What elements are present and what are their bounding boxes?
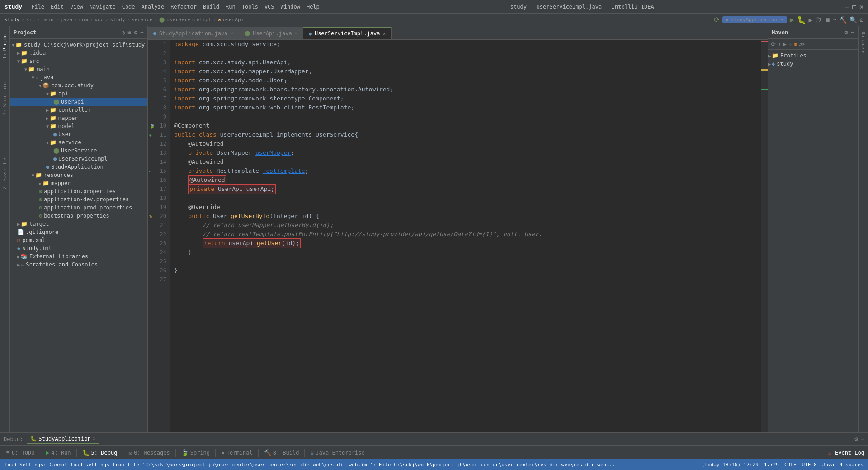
toolbar-spring[interactable]: 🍃 Spring <box>179 448 212 457</box>
search-button[interactable]: 🔍 <box>849 16 857 24</box>
tree-root[interactable]: ▼ 📁 study C:\sckj\work\project-self\stud… <box>10 41 147 49</box>
tree-bootstrap-props[interactable]: ⚙ bootstrap.properties <box>10 212 147 220</box>
tree-package[interactable]: ▼ 📦 com.xcc.study <box>10 81 147 90</box>
tree-controller[interactable]: ▶ 📁 controller <box>10 106 147 114</box>
event-log-icon[interactable]: ⚠ <box>828 450 831 456</box>
menu-help[interactable]: Help <box>307 4 320 10</box>
breadcrumb-com[interactable]: com <box>79 17 88 23</box>
minimize-button[interactable]: − <box>845 3 849 10</box>
toolbar-todo[interactable]: ≡ 6: TODO <box>4 448 37 457</box>
menu-navigate[interactable]: Navigate <box>90 4 116 10</box>
tree-ext-libs[interactable]: ▶ 📚 External Libraries <box>10 252 147 261</box>
sidebar-icon-project[interactable]: 1: Project <box>1 30 8 61</box>
tab-userserviceimpl-close[interactable]: × <box>382 31 386 37</box>
maven-settings-icon[interactable]: ⚙ <box>844 29 848 36</box>
window-controls[interactable]: − □ × <box>845 3 863 10</box>
run-config-badge[interactable]: ▶ StudyApplication ▾ <box>722 16 787 23</box>
project-panel-icons[interactable]: ◎ ⊞ ⚙ − <box>122 29 144 36</box>
toolbar-debug[interactable]: 🐛 5: Debug <box>80 448 120 457</box>
breadcrumb-java[interactable]: java <box>60 17 72 23</box>
toolbar-messages[interactable]: ✉ 0: Messages <box>126 448 172 457</box>
debug-studyapp-close[interactable]: × <box>93 436 96 442</box>
profile-button[interactable]: ⏱ <box>815 16 821 24</box>
stop-button[interactable]: ⏹ <box>824 16 830 24</box>
tree-api[interactable]: ▼ 📁 api <box>10 90 147 98</box>
minimize-panel-icon[interactable]: − <box>140 29 144 36</box>
breadcrumb-service[interactable]: service <box>132 17 152 23</box>
tree-userservice[interactable]: ⬤ UserService <box>10 147 147 155</box>
maven-header-icons[interactable]: ⚙ − <box>844 29 854 36</box>
tree-java[interactable]: ▼ ☕ java <box>10 73 147 81</box>
tree-model[interactable]: ▼ 📁 model <box>10 122 147 130</box>
tab-studyapplication[interactable]: ● StudyApplication.java × <box>148 27 239 39</box>
toolbar-javaenterprise[interactable]: ☕ Java Enterprise <box>307 448 367 457</box>
run-config-dropdown[interactable]: ▾ <box>780 17 783 23</box>
tree-mapper-res[interactable]: ▶ 📁 mapper <box>10 179 147 187</box>
tree-userserviceimpl[interactable]: ● UserServiceImpl <box>10 155 147 163</box>
tree-gitignore[interactable]: 📄 .gitignore <box>10 228 147 236</box>
tree-app-prod-props[interactable]: ⚙ application-prod.properties <box>10 204 147 212</box>
menu-code[interactable]: Code <box>122 4 135 10</box>
tree-studyapp[interactable]: ● StudyApplication <box>10 163 147 171</box>
tree-main[interactable]: ▼ 📁 main <box>10 65 147 73</box>
breadcrumb-xcc[interactable]: xcc <box>94 17 104 23</box>
debug-tab-studyapp[interactable]: 🐛 StudyApplication × <box>27 435 99 444</box>
maximize-button[interactable]: □ <box>852 3 856 10</box>
breadcrumb-study[interactable]: study <box>5 17 19 23</box>
menu-run[interactable]: Run <box>226 4 236 10</box>
sync-icon[interactable]: ⟳ <box>714 15 720 24</box>
sidebar-icon-favorites[interactable]: 2: Favorites <box>1 155 8 191</box>
maven-m-icon[interactable]: m <box>793 41 797 47</box>
tree-studyiml[interactable]: ◆ study.iml <box>10 244 147 252</box>
gear-icon[interactable]: ⚙ <box>134 29 137 36</box>
menu-refactor[interactable]: Refactor <box>170 4 197 10</box>
toolbar-build[interactable]: 🔨 8: Build <box>261 448 302 457</box>
maven-download-icon[interactable]: ⬇ <box>778 41 781 47</box>
maven-add-icon[interactable]: + <box>788 41 792 47</box>
build-button[interactable]: 🔨 <box>839 16 847 24</box>
locate-icon[interactable]: ◎ <box>122 29 125 36</box>
maven-run-icon[interactable]: ▶ <box>783 41 787 47</box>
run-controls[interactable]: ⟳ ▶ StudyApplication ▾ ▶ 🐛 ▶ ⏱ ⏹ ⋯ 🔨 🔍 ⚙ <box>714 15 863 24</box>
menu-bar[interactable]: study File Edit View Navigate Code Analy… <box>5 3 320 10</box>
close-button[interactable]: × <box>860 3 863 10</box>
menu-build[interactable]: Build <box>203 4 219 10</box>
expand-icon[interactable]: ⊞ <box>128 29 132 36</box>
sidebar-icon-structure[interactable]: 2: Structure <box>1 81 8 117</box>
tree-resources[interactable]: ▼ 📁 resources <box>10 171 147 179</box>
tree-user[interactable]: ● User <box>10 130 147 138</box>
tab-studyapp-close[interactable]: × <box>230 30 233 36</box>
breadcrumb-class[interactable]: ⬤ <box>159 17 165 23</box>
breadcrumb-study2[interactable]: study <box>110 17 125 23</box>
tree-scratches[interactable]: ▶ ✏ Scratches and Consoles <box>10 261 147 269</box>
code-content[interactable]: package com.xcc.study.service; import co… <box>170 40 761 432</box>
breadcrumb-userapi[interactable]: ⊙ <box>218 17 221 23</box>
more-run-options[interactable]: ⋯ <box>833 17 836 23</box>
breadcrumb-userserviceimpl[interactable]: UserServiceImpl <box>166 17 211 23</box>
tree-src[interactable]: ▼ 📁 src <box>10 57 147 65</box>
maven-minimize-icon[interactable]: − <box>851 29 854 36</box>
breadcrumb-src[interactable]: src <box>26 17 35 23</box>
debug-settings-icon[interactable]: ⚙ <box>854 436 858 442</box>
maven-profiles[interactable]: ▶ 📁 Profiles <box>768 52 858 60</box>
debug-button[interactable]: 🐛 <box>797 15 806 24</box>
menu-tools[interactable]: Tools <box>242 4 258 10</box>
tab-userapi-close[interactable]: × <box>295 30 298 36</box>
code-editor[interactable]: 1 2 3 4 5 6 7 8 9 🍃 10 ◈ 11 12 13 1 <box>148 40 768 432</box>
breadcrumb-userapi-label[interactable]: userApi <box>223 17 244 23</box>
tab-userapi[interactable]: ⬤ UserApi.java × <box>239 27 303 39</box>
breadcrumb-main[interactable]: main <box>42 17 54 23</box>
maven-more-icon[interactable]: ≫ <box>799 41 805 47</box>
tree-mapper[interactable]: ▶ 📁 mapper <box>10 114 147 122</box>
tree-pomxml[interactable]: m pom.xml <box>10 236 147 244</box>
menu-vcs[interactable]: VCS <box>264 4 274 10</box>
maven-refresh-icon[interactable]: ⟳ <box>771 41 776 47</box>
toolbar-terminal[interactable]: ▪ Terminal <box>218 448 255 457</box>
debug-minimize-icon[interactable]: − <box>861 436 864 442</box>
menu-analyze[interactable]: Analyze <box>142 4 165 10</box>
tab-userserviceimpl[interactable]: ● UserServiceImpl.java × <box>303 27 392 39</box>
tree-userapi[interactable]: ⬤ UserApi <box>10 98 147 106</box>
maven-study[interactable]: ▶ ◆ study <box>768 60 858 68</box>
tree-service[interactable]: ▼ 📁 service <box>10 138 147 147</box>
tree-app-dev-props[interactable]: ⚙ application-dev.properties <box>10 195 147 204</box>
